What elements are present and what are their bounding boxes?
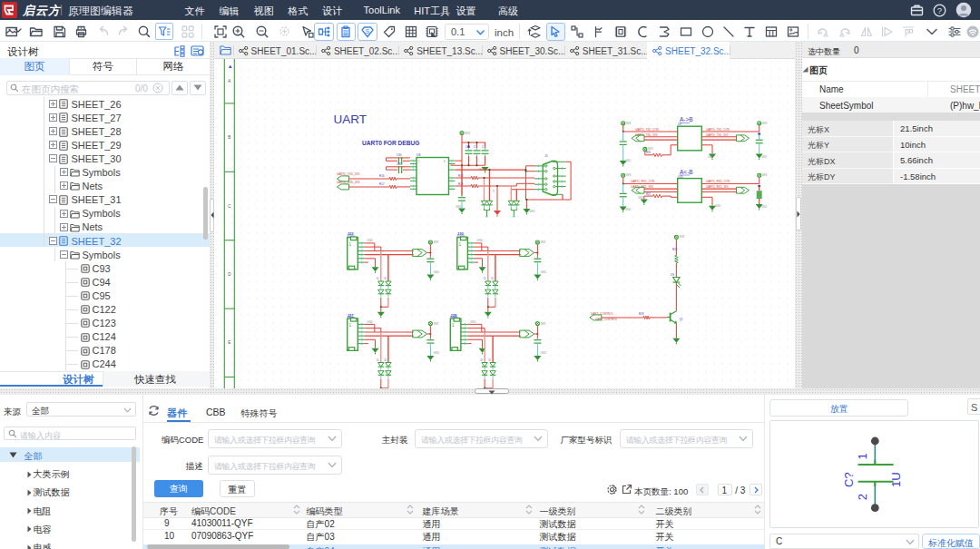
svg-text:GND: GND — [761, 204, 767, 208]
svg-text:U10: U10 — [678, 174, 683, 178]
svg-text:GND: GND — [625, 207, 631, 211]
svg-text:R22: R22 — [672, 247, 678, 250]
svg-text:A: A — [228, 79, 230, 83]
svg-text:1: 1 — [452, 323, 455, 328]
svg-text:GND: GND — [529, 209, 536, 212]
svg-text:UART0_TXD_CON: UART0_TXD_CON — [635, 127, 659, 131]
svg-text:C91: C91 — [397, 162, 402, 166]
svg-text:GND: GND — [433, 351, 440, 355]
svg-text:1: 1 — [349, 241, 352, 246]
svg-text:3V3: 3V3 — [433, 321, 438, 325]
svg-text:E: E — [228, 340, 230, 345]
svg-text:GND: GND — [433, 270, 440, 273]
svg-text:UART0_RXD_CON: UART0_RXD_CON — [706, 179, 730, 182]
svg-text:Q2: Q2 — [680, 317, 683, 320]
svg-text:UART0_RXD_CON: UART0_RXD_CON — [631, 179, 654, 182]
svg-text:3V3: 3V3 — [762, 173, 768, 177]
svg-text:GND: GND — [478, 167, 485, 171]
svg-text:3V3: 3V3 — [433, 240, 438, 244]
svg-text:R23: R23 — [639, 312, 644, 316]
svg-text:J5: J5 — [544, 153, 548, 157]
svg-text:J22: J22 — [348, 231, 355, 236]
svg-text:UART0_TXD_CON: UART0_TXD_CON — [706, 127, 730, 131]
svg-text:UART0_RXD_3V3: UART0_RXD_3V3 — [706, 184, 729, 188]
svg-text:1U: 1U — [889, 473, 903, 488]
svg-text:R19: R19 — [458, 181, 464, 185]
svg-text:GND: GND — [470, 319, 477, 323]
svg-text:U8: U8 — [416, 152, 420, 156]
svg-text:GND: GND — [708, 155, 713, 159]
svg-text:C: C — [482, 144, 484, 148]
svg-text:UART0_TXD_3V3: UART0_TXD_3V3 — [706, 132, 729, 136]
svg-text:2: 2 — [856, 494, 869, 500]
svg-text:3V3: 3V3 — [626, 173, 632, 177]
svg-text:B: B — [228, 135, 230, 140]
svg-text:GND: GND — [761, 154, 767, 158]
svg-text:UART0_TXD_3V3: UART0_TXD_3V3 — [337, 172, 359, 175]
svg-text:T: T — [493, 189, 495, 192]
svg-text:R20: R20 — [646, 151, 652, 154]
svg-text:C: C — [474, 144, 475, 148]
svg-text:1: 1 — [856, 454, 869, 460]
svg-text:C90: C90 — [397, 153, 402, 157]
svg-text:3V3: 3V3 — [540, 321, 545, 325]
svg-text:J27: J27 — [348, 312, 355, 317]
svg-text:GND: GND — [367, 239, 374, 242]
svg-text:S: S — [366, 27, 370, 34]
svg-text:J28: J28 — [450, 312, 457, 317]
svg-text:D9: D9 — [671, 272, 674, 276]
svg-text:1: 1 — [459, 241, 462, 246]
svg-text:J30: J30 — [457, 231, 465, 236]
svg-text:3V3: 3V3 — [679, 235, 684, 239]
svg-text:GND: GND — [625, 158, 631, 162]
svg-text:GND: GND — [540, 270, 547, 273]
svg-text:GND: GND — [367, 319, 374, 323]
svg-text:1: 1 — [349, 323, 352, 328]
svg-text:GND: GND — [476, 239, 484, 242]
svg-text:3V3: 3V3 — [465, 131, 470, 134]
svg-text:GND: GND — [456, 205, 463, 209]
svg-text:R17: R17 — [379, 181, 385, 185]
svg-text:A<-B: A<-B — [680, 168, 693, 174]
svg-text:3V3: 3V3 — [762, 121, 768, 124]
svg-text:GND: GND — [638, 195, 643, 199]
svg-text:R21: R21 — [646, 191, 652, 195]
svg-text:R18: R18 — [458, 173, 464, 177]
svg-text:C: C — [466, 144, 467, 148]
svg-text:GND: GND — [540, 351, 547, 355]
svg-text:3V3: 3V3 — [626, 121, 632, 124]
svg-text:U9: U9 — [678, 123, 681, 126]
svg-text:GND: GND — [715, 203, 720, 207]
svg-text:R16: R16 — [379, 173, 385, 177]
svg-text:UART: UART — [334, 112, 368, 125]
svg-text:?: ? — [937, 5, 942, 15]
svg-text:C?: C? — [842, 473, 856, 488]
svg-text:UART0 FOR DEBUG: UART0 FOR DEBUG — [362, 140, 419, 146]
svg-text:3V3: 3V3 — [540, 240, 545, 244]
svg-text:A->B: A->B — [680, 116, 693, 123]
